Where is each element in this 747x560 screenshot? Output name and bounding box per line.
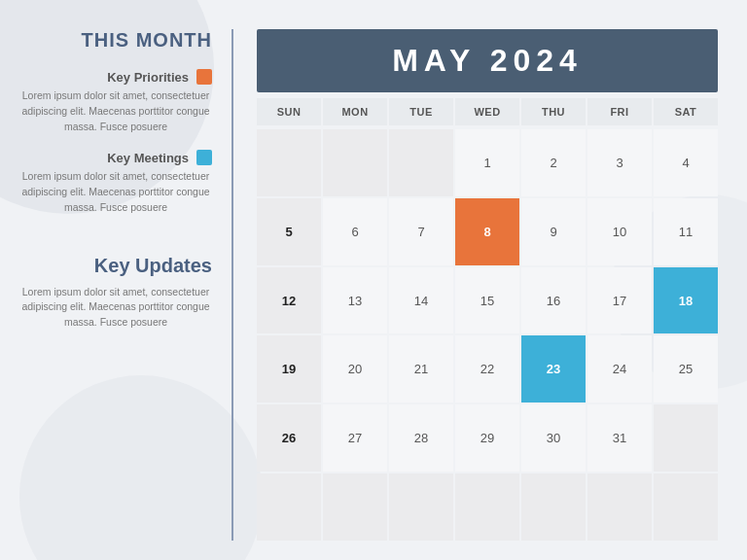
day-cell[interactable]: 17 <box>587 267 652 334</box>
day-headers-row: SUNMONTUEWEDTHUFRISAT <box>257 98 718 125</box>
day-cell <box>587 473 652 541</box>
day-cell[interactable]: 21 <box>389 335 453 402</box>
day-header-fri: FRI <box>587 98 652 125</box>
week-row-5: 262728293031 <box>257 404 718 472</box>
day-cell[interactable]: 10 <box>587 198 652 265</box>
day-cell[interactable]: 24 <box>587 335 652 402</box>
key-meetings-header: Key Meetings <box>19 150 212 165</box>
week-row-3: 12131415161718 <box>257 267 718 334</box>
day-cell <box>257 129 321 196</box>
day-cell[interactable]: 6 <box>323 198 387 265</box>
day-cell[interactable]: 22 <box>455 335 519 402</box>
key-priorities-header: Key Priorities <box>19 69 212 85</box>
day-cell[interactable]: 9 <box>521 198 586 265</box>
day-cell[interactable]: 5 <box>257 198 321 265</box>
day-cell[interactable]: 1 <box>455 129 519 196</box>
day-cell[interactable]: 20 <box>323 335 387 402</box>
this-month-title: THIS MONTH <box>19 29 212 52</box>
key-updates-title: Key Updates <box>19 255 212 277</box>
key-updates-text: Lorem ipsum dolor sit amet, consectetuer… <box>19 285 212 331</box>
calendar-month: MAY <box>392 43 476 78</box>
day-header-tue: TUE <box>389 98 453 125</box>
day-cell[interactable]: 8 <box>455 198 519 265</box>
day-cell[interactable]: 18 <box>654 267 718 334</box>
key-priorities-dot <box>196 69 212 85</box>
day-cell[interactable]: 15 <box>455 267 519 334</box>
day-cell <box>389 129 453 196</box>
day-header-thu: THU <box>521 98 586 125</box>
day-cell[interactable]: 25 <box>654 335 718 402</box>
day-cell <box>323 473 387 541</box>
day-cell[interactable]: 30 <box>521 404 586 472</box>
week-row-2: 567891011 <box>257 198 718 265</box>
calendar-header: MAY 2024 <box>257 29 718 92</box>
day-cell <box>323 129 387 196</box>
day-cell[interactable]: 19 <box>257 335 321 402</box>
key-priorities-label: Key Priorities <box>107 70 189 85</box>
key-meetings-dot <box>196 150 212 165</box>
day-cell[interactable]: 26 <box>257 404 321 472</box>
day-cell[interactable]: 23 <box>521 335 586 402</box>
key-meetings-text: Lorem ipsum dolor sit amet, consectetuer… <box>19 169 212 215</box>
day-cell[interactable]: 3 <box>587 129 652 196</box>
key-meetings-label: Key Meetings <box>107 151 189 165</box>
day-cell[interactable]: 29 <box>455 404 519 472</box>
day-cell <box>654 404 718 472</box>
key-priorities-section: Key Priorities Lorem ipsum dolor sit ame… <box>19 69 212 134</box>
day-cell[interactable]: 14 <box>389 267 453 334</box>
day-header-sun: SUN <box>257 98 321 125</box>
day-cell[interactable]: 2 <box>521 129 586 196</box>
day-cell[interactable]: 12 <box>257 267 321 334</box>
day-header-wed: WED <box>455 98 519 125</box>
day-cell[interactable]: 27 <box>323 404 387 472</box>
day-cell[interactable]: 28 <box>389 404 453 472</box>
day-cell[interactable]: 13 <box>323 267 387 334</box>
sidebar: THIS MONTH Key Priorities Lorem ipsum do… <box>19 29 233 541</box>
calendar-year: 2024 <box>490 43 583 78</box>
day-cell[interactable]: 4 <box>654 129 718 196</box>
day-cell <box>389 473 453 541</box>
day-cell[interactable]: 16 <box>521 267 586 334</box>
day-cell[interactable]: 7 <box>389 198 453 265</box>
key-meetings-section: Key Meetings Lorem ipsum dolor sit amet,… <box>19 150 212 215</box>
calendar-section: MAY 2024 SUNMONTUEWEDTHUFRISAT 123456789… <box>233 29 718 541</box>
calendar-grid: SUNMONTUEWEDTHUFRISAT 123456789101112131… <box>257 98 718 541</box>
day-header-sat: SAT <box>654 98 718 125</box>
day-cell <box>654 473 718 541</box>
key-updates-section: Key Updates Lorem ipsum dolor sit amet, … <box>19 255 212 331</box>
day-header-mon: MON <box>323 98 387 125</box>
week-row-4: 19202122232425 <box>257 335 718 402</box>
day-cell <box>257 473 321 541</box>
key-priorities-text: Lorem ipsum dolor sit amet, consectetuer… <box>19 88 212 134</box>
week-row-6 <box>257 473 718 541</box>
calendar-month-year: MAY 2024 <box>257 43 718 79</box>
day-cell <box>455 473 519 541</box>
week-row-1: 1234 <box>257 129 718 196</box>
day-cell[interactable]: 11 <box>654 198 718 265</box>
calendar-weeks: 1234567891011121314151617181920212223242… <box>257 129 718 541</box>
day-cell <box>521 473 586 541</box>
day-cell[interactable]: 31 <box>587 404 652 472</box>
